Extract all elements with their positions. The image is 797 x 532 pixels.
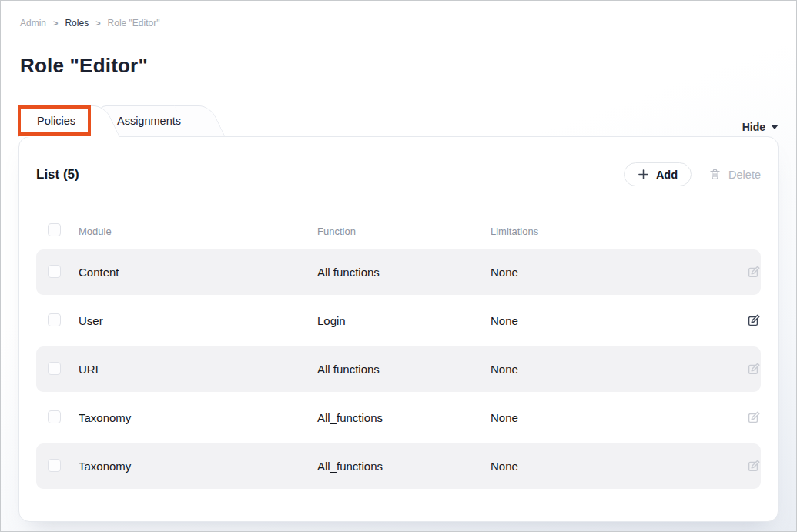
delete-button-label: Delete (728, 169, 761, 181)
breadcrumb-separator: > (53, 18, 58, 28)
cell-module: URL (79, 363, 317, 376)
add-button[interactable]: Add (624, 162, 692, 186)
cell-function: All functions (317, 266, 491, 279)
cell-module: Taxonomy (79, 411, 317, 424)
tab-policies[interactable]: Policies (18, 105, 102, 136)
page-title: Role "Editor" (20, 54, 796, 77)
cell-function: All_functions (317, 411, 491, 424)
app-window: Admin > Roles > Role "Editor" Role "Edit… (0, 0, 797, 532)
edit-icon (746, 265, 761, 279)
breadcrumb-item-roles[interactable]: Roles (65, 18, 89, 28)
delete-button[interactable]: Delete (708, 168, 761, 181)
trash-icon (708, 168, 722, 181)
table-row[interactable]: User Login None (36, 298, 761, 343)
edit-icon (746, 459, 761, 473)
cell-function: All_functions (317, 460, 491, 473)
breadcrumb-separator: > (95, 18, 100, 28)
edit-row-button[interactable] (727, 313, 761, 328)
breadcrumb-item-current: Role "Editor" (108, 18, 160, 28)
cell-module: User (79, 314, 317, 327)
column-header-module: Module (79, 226, 317, 237)
hide-toggle[interactable]: Hide (742, 121, 779, 133)
policies-table: Module Function Limitations Content All … (19, 212, 778, 489)
cell-limitations: None (491, 411, 727, 424)
cell-limitations: None (491, 363, 727, 376)
cell-module: Content (79, 266, 317, 279)
table-row[interactable]: URL All functions None (36, 346, 761, 392)
cell-limitations: None (491, 266, 727, 279)
edit-row-button[interactable] (727, 265, 761, 279)
row-checkbox[interactable] (48, 313, 61, 326)
tab-policies-label: Policies (37, 115, 75, 127)
tabs-bar: Policies Assignments Hide (18, 105, 779, 136)
row-checkbox[interactable] (48, 410, 61, 423)
edit-row-button[interactable] (727, 362, 761, 376)
plus-icon (638, 169, 649, 180)
table-header-row: Module Function Limitations (36, 212, 761, 249)
row-checkbox[interactable] (48, 265, 61, 278)
select-all-checkbox[interactable] (48, 223, 61, 236)
tab-assignments-label: Assignments (117, 115, 181, 127)
row-checkbox[interactable] (48, 362, 61, 375)
edit-icon (746, 313, 761, 328)
table-row[interactable]: Taxonomy All_functions None (36, 395, 761, 440)
cell-limitations: None (491, 314, 727, 327)
cell-module: Taxonomy (79, 460, 317, 473)
chevron-down-icon (771, 125, 779, 129)
cell-limitations: None (491, 460, 727, 473)
edit-row-button[interactable] (727, 459, 761, 473)
breadcrumb-item-admin[interactable]: Admin (20, 18, 46, 28)
list-header: List (5) Add (19, 137, 778, 212)
list-title: List (5) (36, 167, 79, 182)
cell-function: All functions (317, 363, 491, 376)
list-toolbar: Add Delete (624, 162, 761, 186)
table-row[interactable]: Content All functions None (36, 249, 761, 295)
edit-icon (746, 362, 761, 376)
row-checkbox[interactable] (48, 459, 61, 472)
add-button-label: Add (656, 169, 678, 181)
edit-row-button[interactable] (727, 410, 761, 425)
hide-toggle-label: Hide (742, 121, 765, 133)
breadcrumb: Admin > Roles > Role "Editor" (1, 1, 796, 28)
policies-panel: List (5) Add (18, 136, 779, 522)
edit-icon (746, 410, 761, 425)
column-header-function: Function (317, 226, 491, 237)
table-row[interactable]: Taxonomy All_functions None (36, 443, 761, 489)
cell-function: Login (317, 314, 491, 327)
column-header-limitations: Limitations (491, 226, 727, 237)
